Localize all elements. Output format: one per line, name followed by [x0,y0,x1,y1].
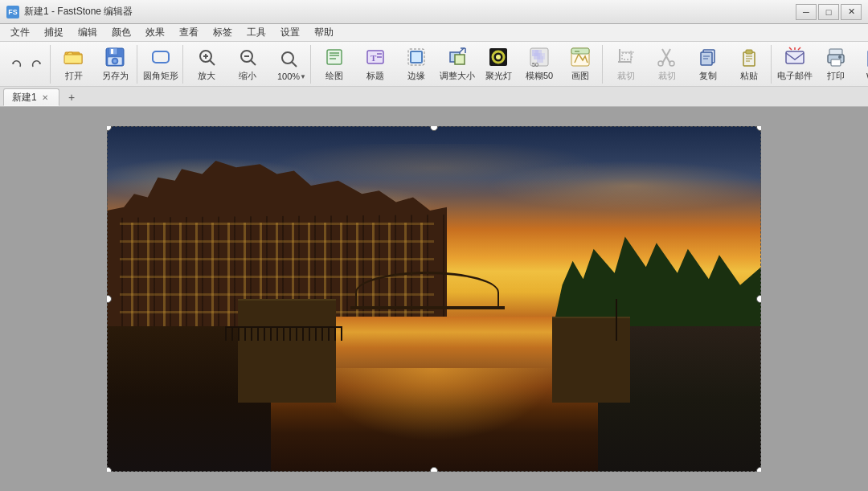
resize-icon [446,46,469,68]
svg-point-37 [496,55,501,59]
svg-rect-6 [111,49,113,54]
zoom-out-button[interactable]: 缩小 [227,46,268,83]
resize-button[interactable]: 调整大小 [437,46,477,83]
title-bar: FS 新建1 - FastStone 编辑器 ─ □ ✕ [0,0,868,24]
bridge [355,272,499,306]
svg-line-17 [251,60,256,65]
close-window-button[interactable]: ✕ [841,4,862,20]
spotlight-icon [487,46,510,68]
svg-text:50: 50 [532,62,538,68]
edit-tools-group: 绘图 T 标题 边缘 [313,45,603,84]
rounded-rect-button[interactable]: 圆角矩形 [141,46,181,83]
window-title: 新建1 - FastStone 编辑器 [24,5,796,18]
svg-line-19 [292,62,297,67]
crop-label: 裁切 [617,70,635,82]
word-button[interactable]: W Word [857,46,868,83]
email-label: 电子邮件 [777,70,813,82]
menu-view[interactable]: 查看 [172,23,206,42]
draw2-button[interactable]: 画图 [560,46,600,83]
zoom-level-label: 100% [277,72,300,81]
copy-button[interactable]: 复制 [688,46,728,83]
tab-close-button[interactable]: ✕ [40,92,50,103]
svg-rect-31 [455,55,465,64]
blur-icon: 50 [528,46,551,68]
tab-label: 新建1 [12,91,37,104]
menu-help[interactable]: 帮助 [307,23,341,42]
undo-button[interactable] [6,55,26,74]
shape-group: 圆角矩形 [139,45,183,84]
svg-rect-62 [746,50,752,54]
paste-button[interactable]: 粘贴 [729,46,769,83]
menu-settings[interactable]: 设置 [273,23,307,42]
clipboard-group: 裁切 裁切 复制 [604,45,772,84]
crop-button[interactable]: 裁切 [606,46,646,83]
zoom-level-icon [277,47,300,70]
border-label: 边缘 [407,70,425,82]
zoom-in-label: 放大 [198,70,215,82]
svg-text:T: T [371,53,377,63]
menu-edit[interactable]: 编辑 [71,23,104,42]
zoom-in-button[interactable]: 放大 [186,46,227,83]
rounded-rect-icon [149,46,172,68]
svg-rect-66 [786,51,804,63]
menu-tags[interactable]: 标签 [206,23,240,42]
blur-label: 模糊50 [526,70,553,82]
canvas-area [0,107,868,491]
maximize-button[interactable]: □ [818,4,839,20]
menu-capture[interactable]: 捕捉 [37,23,71,42]
draw-icon [323,46,346,68]
photo-scene [107,126,761,472]
minimize-button[interactable]: ─ [796,4,817,20]
menu-color[interactable]: 颜色 [104,23,138,42]
draw-button[interactable]: 绘图 [314,46,354,83]
paste-label: 粘贴 [740,70,758,82]
svg-rect-20 [327,50,342,64]
save-as-label: 另存为 [102,70,129,82]
caption-label: 标题 [366,70,384,82]
cut-button[interactable]: 裁切 [647,46,687,83]
fence-left [225,326,343,340]
draw-label: 绘图 [326,70,343,82]
svg-rect-46 [571,48,589,54]
spotlight-label: 聚光灯 [485,70,512,82]
photo-image[interactable] [107,126,761,472]
zoom-dropdown-arrow: ▼ [300,73,306,80]
toolbar: 打开 另存为 圆角矩形 [0,42,868,87]
draw2-label: 画图 [571,70,589,82]
tab-new1[interactable]: 新建1 ✕ [3,88,59,106]
svg-point-18 [282,52,293,63]
open-button[interactable]: 打开 [54,46,94,83]
copy-label: 复制 [699,70,717,82]
window-controls: ─ □ ✕ [796,4,862,20]
zoom-group: 放大 缩小 100% ▼ [185,45,311,84]
spotlight-button[interactable]: 聚光灯 [478,46,518,83]
email-icon [784,46,806,68]
email-button[interactable]: 电子邮件 [775,46,815,83]
blur-button[interactable]: 50 模糊50 [519,46,559,83]
quay-right [552,317,631,403]
open-icon [63,46,85,68]
rounded-rect-label: 圆角矩形 [143,70,178,82]
tab-bar: 新建1 ✕ + [0,87,868,107]
print-label: 打印 [827,70,845,82]
zoom-level-button[interactable]: 100% ▼ [268,46,309,83]
zoom-out-label: 缩小 [239,70,256,82]
zoom-in-icon [195,46,218,68]
menu-tools[interactable]: 工具 [240,23,273,42]
svg-line-14 [210,60,215,65]
print-icon [825,46,847,68]
menu-file[interactable]: 文件 [3,23,37,42]
add-tab-button[interactable]: + [63,88,80,106]
menu-bar: 文件 捕捉 编辑 颜色 效果 查看 标签 工具 设置 帮助 [0,24,868,42]
quay-left [238,299,336,403]
border-button[interactable]: 边缘 [396,46,436,83]
print-button[interactable]: 打印 [816,46,856,83]
save-as-button[interactable]: 另存为 [95,46,135,83]
menu-effects[interactable]: 效果 [138,23,172,42]
caption-button[interactable]: T 标题 [355,46,395,83]
svg-rect-3 [64,55,82,63]
copy-icon [697,46,719,68]
redo-button[interactable] [27,55,47,74]
svg-rect-69 [831,59,841,66]
pole-right [616,299,617,341]
